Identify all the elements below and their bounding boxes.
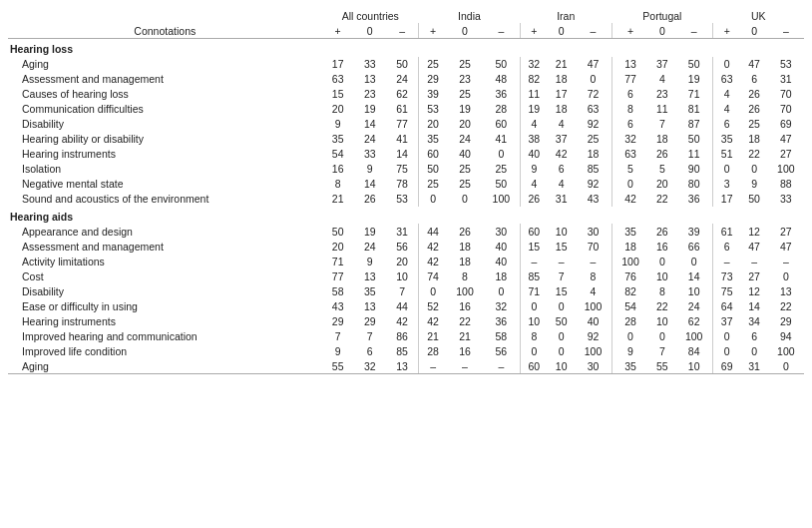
in-minus: – — [483, 23, 520, 39]
ir-zero: 0 — [548, 23, 575, 39]
table-row: Activity limitations71920421840–––10000–… — [8, 254, 804, 268]
uk-minus: – — [768, 23, 804, 39]
section-header-hearing-loss: Hearing loss — [8, 39, 804, 57]
table-row: Communication difficulties20196153192819… — [8, 102, 804, 117]
connotations-label: Connotations — [8, 23, 322, 39]
section-header-hearing-aids: Hearing aids — [8, 207, 804, 225]
ac-plus: + — [322, 23, 354, 39]
table-row: Hearing instruments292942422236105040281… — [8, 313, 804, 328]
table-row: Causes of hearing loss152362392536111772… — [8, 87, 804, 102]
uk-plus: + — [712, 23, 740, 39]
ir-minus: – — [575, 23, 611, 39]
all-countries-header: All countries — [322, 8, 419, 23]
table-row: Improved life condition96852816560010097… — [8, 343, 804, 358]
country-header-row: All countries India Iran Portugal UK — [8, 8, 804, 23]
table-row: Aging17335025255032214713375004753 — [8, 57, 804, 72]
table-row: Disability58357010007115482810751213 — [8, 283, 804, 298]
table-row: Assessment and management202456421840151… — [8, 239, 804, 254]
table-row: Isolation169755025259685559000100 — [8, 162, 804, 177]
portugal-header: Portugal — [611, 8, 712, 23]
india-header: India — [419, 8, 520, 23]
pt-zero: 0 — [648, 23, 675, 39]
table-row: Disability914772020604492678762569 — [8, 117, 804, 132]
in-zero: 0 — [447, 23, 483, 39]
ir-plus: + — [520, 23, 548, 39]
table-row: Assessment and management631324292348821… — [8, 72, 804, 87]
uk-zero: 0 — [740, 23, 767, 39]
table-row: Ease or difficulty in using4313445216320… — [8, 298, 804, 313]
uk-header: UK — [712, 8, 804, 23]
connotations-row: Connotations + 0 – + 0 – + 0 – + 0 – + 0… — [8, 23, 804, 39]
in-plus: + — [419, 23, 447, 39]
ac-minus: – — [386, 23, 419, 39]
table-row: Cost77131074818857876101473270 — [8, 268, 804, 283]
empty-header — [8, 8, 322, 23]
main-table: All countries India Iran Portugal UK Con… — [8, 8, 804, 374]
ac-zero: 0 — [354, 23, 386, 39]
table-row: Negative mental state8147825255044920208… — [8, 177, 804, 192]
iran-header: Iran — [520, 8, 611, 23]
pt-minus: – — [675, 23, 712, 39]
table-row: Sound and acoustics of the environment21… — [8, 192, 804, 207]
pt-plus: + — [611, 23, 648, 39]
table-row: Aging553213–––60103035551069310 — [8, 358, 804, 374]
table-row: Appearance and design5019314426306010303… — [8, 224, 804, 239]
table-row: Hearing ability or disability35244135244… — [8, 132, 804, 147]
table-row: Improved hearing and communication778621… — [8, 328, 804, 343]
table-row: Hearing instruments543314604004042186326… — [8, 147, 804, 162]
